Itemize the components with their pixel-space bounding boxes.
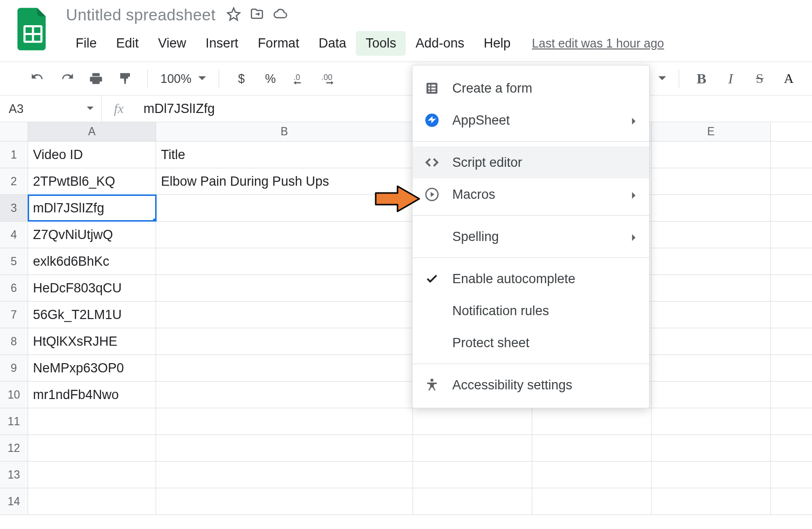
cell-E10[interactable]: [652, 382, 771, 408]
cell-A2[interactable]: 2TPwtBl6_KQ: [28, 168, 156, 194]
cell-B1[interactable]: Title: [156, 142, 413, 168]
cell-A10[interactable]: mr1ndFb4Nwo: [28, 382, 156, 408]
decrease-decimal-button[interactable]: .0: [290, 69, 309, 88]
print-button[interactable]: [86, 69, 106, 88]
cell-A8[interactable]: HtQlKXsRJHE: [28, 328, 156, 354]
zoom-select[interactable]: 100%: [160, 72, 206, 86]
cell-C11[interactable]: [413, 408, 532, 434]
document-title[interactable]: Untitled spreadsheet: [66, 6, 216, 24]
increase-decimal-button[interactable]: .00: [319, 69, 338, 88]
cloud-status-icon[interactable]: [273, 7, 287, 23]
redo-button[interactable]: [57, 69, 77, 88]
cell-E3[interactable]: [652, 195, 771, 221]
cell-D14[interactable]: [532, 488, 652, 514]
cell-C13[interactable]: [413, 462, 532, 488]
cell-E1[interactable]: [652, 142, 771, 168]
cell-A4[interactable]: Z7QvNiUtjwQ: [28, 222, 156, 248]
cell-E11[interactable]: [652, 408, 771, 434]
cell-A7[interactable]: 56Gk_T2LM1U: [28, 302, 156, 328]
cell-B13[interactable]: [156, 462, 413, 488]
cell-A1[interactable]: Video ID: [28, 142, 156, 168]
menu-insert[interactable]: Insert: [196, 31, 248, 56]
cell-A9[interactable]: NeMPxp63OP0: [28, 355, 156, 381]
cell-A13[interactable]: [28, 462, 156, 488]
cell-B9[interactable]: [156, 355, 413, 381]
cell-B4[interactable]: [156, 222, 413, 248]
cell-B8[interactable]: [156, 328, 413, 354]
cell-D11[interactable]: [532, 408, 652, 434]
menu-view[interactable]: View: [148, 31, 196, 56]
dropdown-item-appsheet[interactable]: AppSheet: [413, 104, 649, 136]
cell-A12[interactable]: [28, 435, 156, 461]
cell-E7[interactable]: [652, 302, 771, 328]
row-header-13[interactable]: 13: [0, 462, 28, 488]
text-color-button[interactable]: A: [779, 69, 798, 88]
dropdown-item-notification-rules[interactable]: Notification rules: [413, 295, 649, 327]
paint-format-button[interactable]: [115, 69, 135, 88]
last-edit-link[interactable]: Last edit was 1 hour ago: [532, 36, 664, 50]
row-header-11[interactable]: 11: [0, 408, 28, 434]
cell-E14[interactable]: [652, 488, 771, 514]
row-header-8[interactable]: 8: [0, 328, 28, 354]
cell-A11[interactable]: [28, 408, 156, 434]
dropdown-item-accessibility-settings[interactable]: Accessibility settings: [413, 369, 649, 401]
cell-D12[interactable]: [532, 435, 652, 461]
move-icon[interactable]: [250, 7, 264, 23]
row-header-9[interactable]: 9: [0, 355, 28, 381]
menu-format[interactable]: Format: [248, 31, 309, 56]
dropdown-item-macros[interactable]: Macros: [413, 178, 649, 210]
row-header-6[interactable]: 6: [0, 275, 28, 301]
undo-button[interactable]: [28, 69, 48, 88]
cell-B12[interactable]: [156, 435, 413, 461]
menu-help[interactable]: Help: [474, 31, 521, 56]
cell-E6[interactable]: [652, 275, 771, 301]
column-header-A[interactable]: A: [28, 122, 156, 141]
cell-B6[interactable]: [156, 275, 413, 301]
italic-button[interactable]: I: [721, 69, 740, 88]
format-percent-button[interactable]: %: [261, 69, 280, 88]
cell-E2[interactable]: [652, 168, 771, 194]
column-header-B[interactable]: B: [156, 122, 413, 141]
cell-B11[interactable]: [156, 408, 413, 434]
cell-E8[interactable]: [652, 328, 771, 354]
format-currency-button[interactable]: $: [232, 69, 251, 88]
caret-down-icon[interactable]: [658, 75, 666, 82]
dropdown-item-protect-sheet[interactable]: Protect sheet: [413, 327, 649, 359]
cell-B5[interactable]: [156, 248, 413, 274]
menu-addons[interactable]: Add-ons: [406, 31, 474, 56]
dropdown-item-enable-autocomplete[interactable]: Enable autocomplete: [413, 263, 649, 295]
row-header-10[interactable]: 10: [0, 382, 28, 408]
cell-E13[interactable]: [652, 462, 771, 488]
dropdown-item-script-editor[interactable]: Script editor: [413, 146, 649, 178]
cell-C14[interactable]: [413, 488, 532, 514]
row-header-2[interactable]: 2: [0, 168, 28, 194]
menu-data[interactable]: Data: [309, 31, 356, 56]
cell-B10[interactable]: [156, 382, 413, 408]
row-header-4[interactable]: 4: [0, 222, 28, 248]
select-all-corner[interactable]: [0, 122, 28, 141]
cell-A5[interactable]: exlk6d6BhKc: [28, 248, 156, 274]
row-header-5[interactable]: 5: [0, 248, 28, 274]
cell-B14[interactable]: [156, 488, 413, 514]
menu-tools[interactable]: Tools: [356, 31, 406, 56]
cell-B7[interactable]: [156, 302, 413, 328]
cell-A6[interactable]: HeDcF803qCU: [28, 275, 156, 301]
cell-E4[interactable]: [652, 222, 771, 248]
column-header-E[interactable]: E: [652, 122, 771, 141]
cell-A3[interactable]: mDl7JSlIZfg: [28, 195, 156, 221]
star-icon[interactable]: [226, 7, 241, 23]
menu-file[interactable]: File: [66, 31, 107, 56]
strikethrough-button[interactable]: S: [750, 69, 769, 88]
cell-C12[interactable]: [413, 435, 532, 461]
cell-E9[interactable]: [652, 355, 771, 381]
dropdown-item-spelling[interactable]: Spelling: [413, 221, 649, 253]
cell-A14[interactable]: [28, 488, 156, 514]
row-header-3[interactable]: 3: [0, 195, 28, 221]
row-header-14[interactable]: 14: [0, 488, 28, 514]
cell-E5[interactable]: [652, 248, 771, 274]
row-header-1[interactable]: 1: [0, 142, 28, 168]
dropdown-item-create-a-form[interactable]: Create a form: [413, 72, 649, 104]
cell-D13[interactable]: [532, 462, 652, 488]
row-header-12[interactable]: 12: [0, 435, 28, 461]
menu-edit[interactable]: Edit: [107, 31, 149, 56]
